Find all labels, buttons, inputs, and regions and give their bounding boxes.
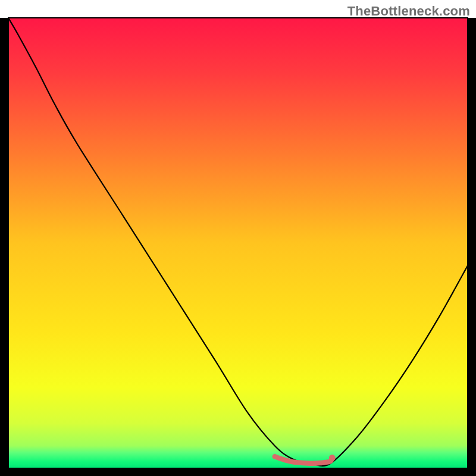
chart-container: TheBottleneck.com: [0, 0, 476, 476]
plot-background: [8, 18, 468, 468]
right-axis-bar: [468, 18, 476, 468]
bottom-axis-bar: [0, 468, 476, 476]
bottleneck-chart: [0, 0, 476, 476]
left-axis-bar: [0, 18, 8, 476]
optimal-segment-dot: [329, 455, 336, 461]
watermark-text: TheBottleneck.com: [347, 4, 470, 19]
